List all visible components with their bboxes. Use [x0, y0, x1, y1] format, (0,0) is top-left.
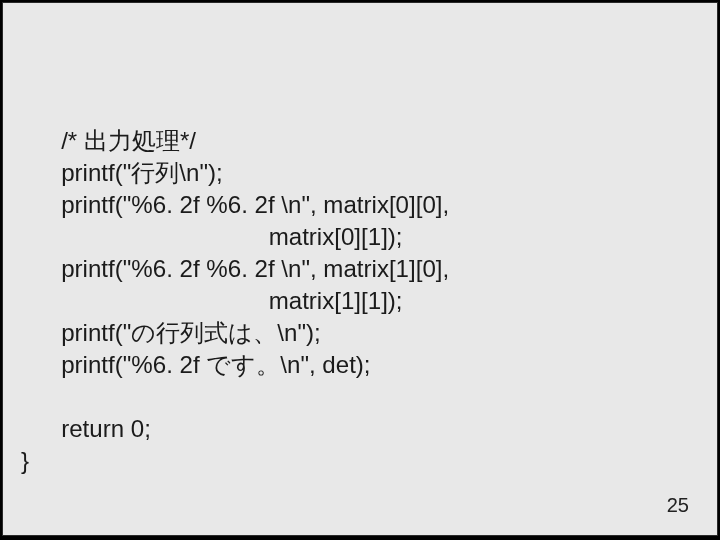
code-line: printf("%6. 2f %6. 2f \n", matrix[0][0],	[21, 191, 449, 218]
code-block: /* 出力処理*/ printf("行列\n"); printf("%6. 2f…	[21, 93, 699, 477]
code-line: matrix[1][1]);	[21, 287, 403, 314]
code-line: return 0;	[21, 415, 151, 442]
code-line: printf("%6. 2f です。\n", det);	[21, 351, 371, 378]
code-line: printf("行列\n");	[21, 159, 223, 186]
code-line: printf("の行列式は、\n");	[21, 319, 321, 346]
code-line: printf("%6. 2f %6. 2f \n", matrix[1][0],	[21, 255, 449, 282]
code-line: matrix[0][1]);	[21, 223, 403, 250]
page-number: 25	[667, 494, 689, 517]
code-line: }	[21, 447, 29, 474]
code-line: /* 出力処理*/	[21, 127, 196, 154]
slide-frame: /* 出力処理*/ printf("行列\n"); printf("%6. 2f…	[2, 2, 718, 536]
